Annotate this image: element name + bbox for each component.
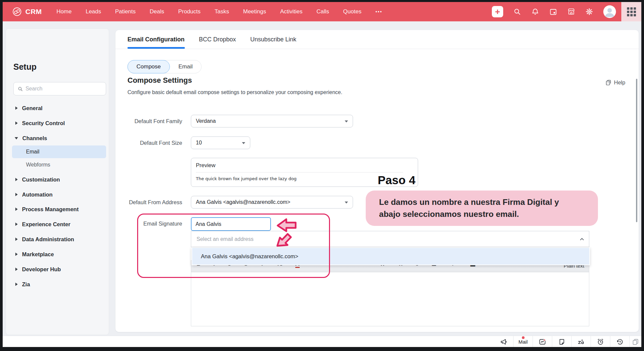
nav-item-leads[interactable]: Leads: [86, 8, 101, 15]
nav-item-deals[interactable]: Deals: [149, 8, 164, 15]
setup-sidebar: Setup General Security Control Channels …: [6, 29, 109, 335]
sidebar-item-developer-hub[interactable]: Developer Hub: [6, 263, 109, 276]
search-icon: [18, 86, 23, 92]
mail-notification-dot: [522, 336, 525, 339]
search-icon[interactable]: [513, 8, 521, 16]
caret-down-icon: [242, 142, 245, 144]
tabs-divider: [115, 49, 639, 49]
nav-item-quotes[interactable]: Quotes: [343, 8, 361, 15]
copy-button[interactable]: [629, 336, 641, 347]
scrollbar-thumb[interactable]: [636, 79, 637, 222]
sidebar-search[interactable]: [13, 82, 106, 95]
signature-name-input[interactable]: [191, 217, 271, 231]
tags-button[interactable]: [552, 336, 571, 347]
settings-gear-icon[interactable]: [585, 8, 593, 16]
caret-down-icon: [345, 202, 348, 204]
sidebar-item-security-control[interactable]: Security Control: [6, 117, 109, 129]
megaphone-icon: [500, 338, 508, 346]
sidebar-item-webforms[interactable]: Webforms: [6, 158, 109, 171]
preview-title: Preview: [196, 162, 216, 168]
font-family-label: Default Font Family: [117, 118, 182, 124]
recent-items-button[interactable]: [610, 336, 629, 347]
sidebar-item-zia[interactable]: Zia: [6, 278, 109, 291]
email-dropdown-option[interactable]: Ana Galvis <agalvis@nazarenollc.com>: [192, 248, 589, 265]
nav-item-patients[interactable]: Patients: [115, 8, 135, 15]
signature-email-select[interactable]: Select an email address: [191, 231, 589, 247]
chevron-down-icon: [15, 137, 18, 139]
sidebar-item-customization[interactable]: Customization: [6, 173, 109, 186]
sidebar-item-experience-center[interactable]: Experience Center: [6, 218, 109, 231]
nav-item-activities[interactable]: Activities: [280, 8, 302, 15]
chevron-right-icon: [15, 238, 18, 241]
font-size-select[interactable]: 10: [191, 136, 250, 149]
nav-item-home[interactable]: Home: [56, 8, 71, 15]
app-launcher-button[interactable]: [621, 2, 641, 21]
reminders-button[interactable]: [591, 336, 610, 347]
from-address-select[interactable]: Ana Galvis <agalvis@nazarenollc.com>: [191, 196, 353, 209]
sidebar-item-channels[interactable]: Channels: [6, 132, 109, 144]
tab-email-configuration[interactable]: Email Configuration: [127, 36, 185, 43]
page-description: Configure basic default email compose se…: [127, 89, 342, 95]
notifications-bell-icon[interactable]: [531, 8, 539, 16]
tab-unsubscribe-link[interactable]: Unsubscribe Link: [250, 36, 296, 43]
chevron-right-icon: [15, 178, 18, 181]
bottom-toolbar: Mail: [3, 336, 641, 347]
sidebar-item-email[interactable]: Email: [12, 145, 106, 158]
toggle-compose[interactable]: Compose: [127, 60, 170, 73]
from-address-label: Default From Address: [117, 199, 182, 206]
note-tag-icon: [558, 338, 566, 346]
email-settings-panel: Email Configuration BCC Dropbox Unsubscr…: [115, 30, 639, 332]
avatar-person-icon: [603, 5, 616, 18]
annotation-arrow-down-left-icon: [274, 231, 298, 253]
mail-button[interactable]: Mail: [513, 336, 533, 347]
chevron-up-icon: [580, 238, 584, 241]
preview-sample-text: The quick brown fox jumped over the lazy…: [196, 176, 297, 181]
chevron-right-icon: [15, 283, 18, 286]
font-size-label: Default Font Size: [117, 140, 182, 146]
tab-bcc-dropbox[interactable]: BCC Dropbox: [199, 36, 236, 43]
signature-editor-body[interactable]: [191, 272, 589, 326]
top-navigation-bar: CRM Home Leads Patients Deals Products T…: [3, 2, 641, 21]
marketplace-store-icon[interactable]: [567, 8, 575, 16]
user-avatar[interactable]: [603, 5, 616, 18]
sidebar-item-data-administration[interactable]: Data Administration: [6, 233, 109, 246]
annotation-note-line1: Le damos un nombre a nuestra Firma Digit…: [379, 196, 598, 208]
nav-item-meetings[interactable]: Meetings: [243, 8, 266, 15]
chevron-right-icon: [15, 121, 18, 125]
font-family-select[interactable]: Verdana: [191, 115, 353, 127]
caret-down-icon: [345, 120, 348, 122]
chart-icon: [539, 338, 546, 346]
calendar-icon[interactable]: [549, 8, 557, 16]
annotation-note: Le damos un nombre a nuestra Firma Digit…: [366, 191, 598, 226]
sidebar-item-automation[interactable]: Automation: [6, 188, 109, 201]
nav-item-calls[interactable]: Calls: [317, 8, 329, 15]
analytics-button[interactable]: [533, 336, 552, 347]
email-dropdown-panel: Ana Galvis <agalvis@nazarenollc.com>: [192, 247, 590, 265]
sidebar-item-process-management[interactable]: Process Management: [6, 203, 109, 216]
step-annotation: Paso 4: [378, 173, 415, 187]
toggle-email[interactable]: Email: [170, 60, 202, 73]
svg-text:?: ?: [607, 81, 609, 84]
nav-right-actions: +: [492, 2, 616, 21]
quick-add-button[interactable]: +: [492, 6, 503, 17]
annotation-note-line2: abajo seleccionamos nuestro email.: [379, 208, 598, 220]
nav-item-tasks[interactable]: Tasks: [215, 8, 229, 15]
nav-overflow-ellipsis[interactable]: •••: [375, 9, 382, 14]
sidebar-search-input[interactable]: [25, 86, 102, 92]
email-signature-label: Email Signature: [117, 221, 182, 227]
brand[interactable]: CRM: [3, 7, 42, 17]
app-window: CRM Home Leads Patients Deals Products T…: [3, 2, 641, 347]
sidebar-item-general[interactable]: General: [6, 102, 109, 114]
alarm-clock-icon: [597, 338, 604, 346]
zia-button[interactable]: [571, 336, 591, 347]
announcements-button[interactable]: [494, 336, 513, 347]
help-link[interactable]: ? Help: [605, 79, 625, 86]
sidebar-item-marketplace[interactable]: Marketplace: [6, 248, 109, 261]
brand-name: CRM: [25, 8, 42, 16]
help-doc-icon: ?: [605, 79, 612, 86]
chevron-right-icon: [15, 253, 18, 256]
nav-item-products[interactable]: Products: [178, 8, 201, 15]
compose-email-toggle: Compose Email: [127, 60, 202, 73]
history-clock-icon: [616, 338, 624, 346]
chevron-right-icon: [15, 208, 18, 211]
